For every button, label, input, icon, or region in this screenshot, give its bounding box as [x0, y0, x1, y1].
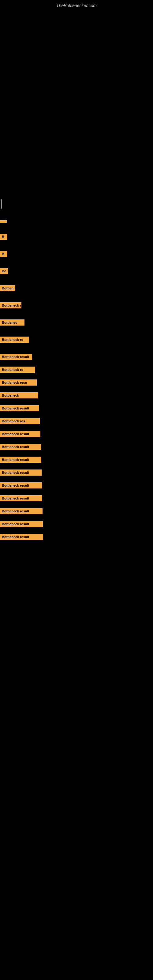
bottleneck-result-bar: Bottleneck res	[0, 418, 40, 424]
list-item: Bottleneck result	[0, 534, 153, 540]
list-item: Bottleneck result	[0, 508, 153, 514]
bottleneck-result-bar: Bo	[0, 268, 8, 274]
list-item: Bottleneck result	[0, 444, 153, 450]
list-item: Bottlen	[0, 285, 153, 291]
list-item: Bottleneck	[0, 392, 153, 398]
bottleneck-result-bar: Bottlen	[0, 285, 15, 291]
list-item: Bottleneck result	[0, 457, 153, 463]
results-container: BBBoBottlenBottleneck rBottlenecBottlene…	[0, 212, 153, 550]
bottleneck-result-bar: Bottleneck re	[0, 367, 35, 373]
bottleneck-result-bar: Bottleneck result	[0, 405, 39, 411]
list-item: B	[0, 251, 153, 257]
list-item: Bottleneck result	[0, 521, 153, 527]
bottleneck-result-bar: Bottleneck re	[0, 337, 29, 343]
bottleneck-result-bar: B	[0, 251, 7, 257]
bottleneck-result-bar: Bottleneck result	[0, 431, 40, 437]
bottleneck-result-bar: Bottleneck result	[0, 457, 41, 463]
bottleneck-result-bar: Bottlenec	[0, 320, 24, 326]
list-item: Bottleneck re	[0, 367, 153, 373]
list-item: Bottleneck resu	[0, 379, 153, 385]
list-item: Bottleneck r	[0, 302, 153, 309]
bottleneck-result-bar	[0, 220, 7, 223]
bottleneck-result-bar: Bottleneck	[0, 392, 38, 398]
bottleneck-result-bar: Bottleneck result	[0, 508, 43, 514]
list-item: Bottlenec	[0, 320, 153, 326]
bottleneck-result-bar: Bottleneck result	[0, 444, 41, 450]
bottleneck-result-bar: Bottleneck resu	[0, 379, 37, 385]
site-title: TheBottlenecker.com	[0, 0, 153, 10]
bottleneck-result-bar: Bottleneck result	[0, 521, 43, 527]
list-item: B	[0, 234, 153, 240]
bottleneck-result-bar: Bottleneck result	[0, 482, 42, 488]
cursor-indicator	[1, 199, 2, 208]
list-item: Bottleneck res	[0, 418, 153, 424]
list-item	[0, 220, 153, 223]
list-item: Bottleneck result	[0, 495, 153, 501]
list-item: Bottleneck result	[0, 469, 153, 476]
list-item: Bottleneck re	[0, 337, 153, 343]
bottleneck-result-bar: B	[0, 234, 7, 240]
chart-area	[0, 10, 153, 193]
list-item: Bottleneck result	[0, 431, 153, 437]
list-item: Bo	[0, 268, 153, 274]
bottleneck-result-bar: Bottleneck result	[0, 495, 42, 501]
list-item: Bottleneck result	[0, 405, 153, 411]
bottleneck-result-bar: Bottleneck r	[0, 302, 21, 309]
bottleneck-result-bar: Bottleneck result	[0, 354, 32, 360]
bottleneck-result-bar: Bottleneck result	[0, 469, 41, 476]
list-item: Bottleneck result	[0, 482, 153, 488]
bottleneck-result-bar: Bottleneck result	[0, 534, 43, 540]
list-item: Bottleneck result	[0, 354, 153, 360]
